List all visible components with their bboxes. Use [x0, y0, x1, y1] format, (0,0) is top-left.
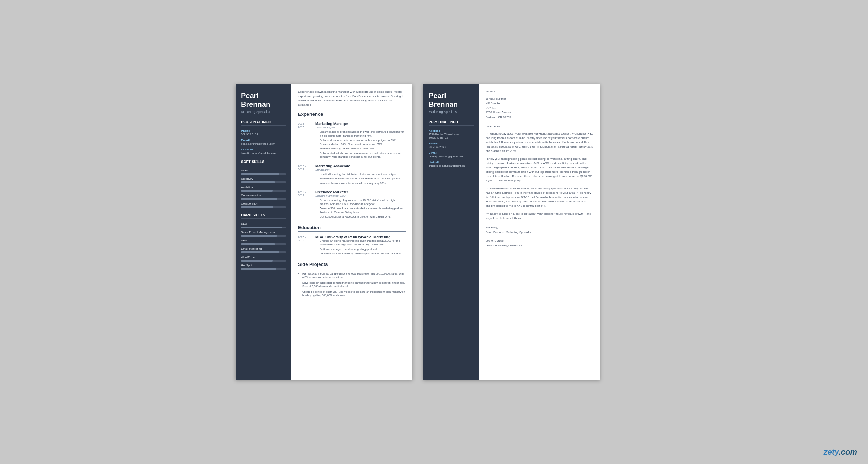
- cover-document: Pearl Brennan Marketing Specialist Perso…: [423, 84, 600, 380]
- bullet: Spearheaded all branding across the web …: [320, 130, 406, 138]
- experience-heading: Experience: [298, 111, 406, 118]
- hard-skill-item: Sales Funnel Management: [241, 231, 286, 237]
- exp-title: Marketing Associate: [315, 164, 406, 168]
- exp-item: 2011 -2012 Freelance Marketer Secada Mar…: [298, 190, 406, 220]
- bullet: Increased conversion rate for email camp…: [320, 181, 406, 185]
- side-projects-heading: Side Projects: [298, 262, 406, 268]
- exp-row: 2011 -2012 Freelance Marketer Secada Mar…: [298, 190, 406, 220]
- education-list: 2007 -2011 MBA, University of Pennsylvan…: [298, 235, 406, 257]
- skill-bar-fill: [241, 181, 275, 183]
- bullet: Average 250 downloads per episode for my…: [320, 207, 406, 214]
- cover-email-value: pearl.q.brennan@gmail.com: [429, 155, 474, 158]
- recipient-address: 2750 Illinois Avenue: [486, 111, 511, 114]
- exp-row: 2007 -2011 MBA, University of Pennsylvan…: [298, 235, 406, 257]
- hard-skill-item: SEM: [241, 239, 286, 245]
- recipient-title: HR Director: [486, 102, 501, 105]
- cover-greeting: Dear Jenna,: [486, 125, 593, 128]
- phone-label: Phone: [241, 129, 286, 132]
- closing-text: Sincerely,: [486, 226, 498, 229]
- skill-name: Analytical: [241, 185, 286, 189]
- zety-text: zety: [824, 447, 839, 456]
- bullet: Created an online marketing campaign tha…: [320, 239, 406, 247]
- exp-company: Tanquist Digital: [315, 126, 406, 129]
- name-last: Brennan: [241, 100, 270, 108]
- skill-bar-fill: [241, 235, 277, 237]
- cover-paragraph1: I'm writing today about your available M…: [486, 132, 593, 153]
- exp-dates: 2014 -2017: [298, 122, 312, 129]
- skill-bar-fill: [241, 173, 279, 175]
- skill-bar-fill: [241, 251, 279, 253]
- soft-skill-item: Collaboration: [241, 202, 286, 208]
- skill-bar-fill: [241, 243, 275, 245]
- bullet: Increased landing page conversion rates …: [320, 147, 406, 151]
- skill-bar-bg: [241, 251, 286, 253]
- skill-name: Creativity: [241, 177, 286, 180]
- cover-end-email: pearl.q.brennan@gmail.com: [486, 244, 522, 247]
- side-projects-list: Ran a social media ad campaign for the l…: [298, 272, 406, 298]
- soft-skill-item: Creativity: [241, 177, 286, 183]
- skill-name: HubSpot: [241, 264, 286, 267]
- hard-skills-list: SEO Sales Funnel Management SEM Email Ma…: [241, 222, 286, 270]
- cover-address-label: Address: [429, 129, 474, 132]
- cover-date: 4/19/19: [486, 90, 593, 93]
- cover-title: Marketing Specialist: [429, 110, 474, 114]
- exp-right: MBA, University of Pennsylvania, Marketi…: [315, 235, 406, 257]
- exp-title: MBA, University of Pennsylvania, Marketi…: [315, 235, 406, 239]
- bullet: Landed a summer marketing internship for…: [320, 252, 406, 256]
- exp-row: 2014 -2017 Marketing Manager Tanquist Di…: [298, 122, 406, 160]
- experience-list: 2014 -2017 Marketing Manager Tanquist Di…: [298, 122, 406, 220]
- cover-linkedin-value: linkedin.com/in/pearlqbrennan: [429, 164, 474, 167]
- skill-bar-bg: [241, 206, 286, 208]
- cover-main: 4/19/19 Jenna Faulknier HR Director XYZ …: [479, 84, 600, 380]
- recipient-company: XYZ Inc.: [486, 106, 497, 110]
- exp-bullets: Grew a marketing blog from zero to 25,00…: [315, 198, 406, 219]
- cover-phone-label: Phone: [429, 142, 474, 145]
- skill-bar-fill: [241, 190, 273, 192]
- skill-bar-fill: [241, 206, 273, 208]
- bullet: Trained Brand Ambassadors to promote eve…: [320, 177, 406, 181]
- cover-phone-value: 208-972-2158: [429, 145, 474, 149]
- linkedin-value: linkedin.com/in/pearlqbrennan: [241, 152, 286, 155]
- skill-name: SEO: [241, 222, 286, 226]
- side-project-item: Ran a social media ad campaign for the l…: [302, 272, 406, 280]
- cover-recipient: Jenna Faulknier HR Director XYZ Inc. 275…: [486, 97, 593, 120]
- bullet: Built and managed the student geology po…: [320, 248, 406, 251]
- skill-bar-fill: [241, 260, 273, 262]
- skill-name: WordPress: [241, 255, 286, 259]
- exp-row: 2012 -2014 Marketing Associate Sprintegr…: [298, 164, 406, 186]
- exp-item: 2014 -2017 Marketing Manager Tanquist Di…: [298, 122, 406, 160]
- skill-name: Sales: [241, 169, 286, 172]
- resume-title: Marketing Specialist: [241, 110, 286, 114]
- hard-skill-item: WordPress: [241, 255, 286, 262]
- skill-bar-bg: [241, 181, 286, 183]
- exp-dates: 2011 -2012: [298, 191, 312, 197]
- exp-bullets: Spearheaded all branding across the web …: [315, 130, 406, 159]
- exp-company: Sprintegrify: [315, 168, 406, 171]
- exp-title: Freelance Marketer: [315, 190, 406, 194]
- side-project-item: Created a series of short YouTube videos…: [302, 290, 406, 298]
- cover-linkedin-label: LinkedIn: [429, 161, 474, 164]
- email-value: pearl.q.brennan@gmail.com: [241, 142, 286, 145]
- hard-skill-item: SEO: [241, 222, 286, 228]
- name-first: Pearl: [241, 92, 259, 100]
- page-container: Pearl Brennan Marketing Specialist Perso…: [236, 84, 632, 380]
- skill-bar-fill: [241, 198, 277, 200]
- cover-address-line2: Boise, ID 83702: [429, 136, 474, 139]
- exp-dates: 2007 -2011: [298, 236, 312, 242]
- linkedin-label: LinkedIn: [241, 148, 286, 151]
- exp-right: Freelance Marketer Secada Marketing, LLC…: [315, 190, 406, 220]
- soft-skill-item: Sales: [241, 169, 286, 175]
- cover-signature: Pearl Brennan, Marketing Specialist: [486, 231, 531, 234]
- cover-contact-end: 208-972-2158 pearl.q.brennan@gmail.com: [486, 238, 593, 248]
- cover-sidebar: Pearl Brennan Marketing Specialist Perso…: [423, 84, 479, 380]
- skill-bar-bg: [241, 235, 286, 237]
- soft-skills-heading: Soft Skills: [241, 160, 286, 165]
- skill-bar-fill: [241, 268, 276, 270]
- skill-bar-bg: [241, 260, 286, 262]
- soft-skill-item: Analytical: [241, 185, 286, 192]
- exp-item: 2012 -2014 Marketing Associate Sprintegr…: [298, 164, 406, 186]
- skill-bar-bg: [241, 190, 286, 192]
- soft-skills-list: Sales Creativity Analytical Communicatio…: [241, 169, 286, 208]
- bullet: Got 3,100 likes for a Facebook promotion…: [320, 215, 406, 219]
- bullet: Collaborated with business development a…: [320, 152, 406, 159]
